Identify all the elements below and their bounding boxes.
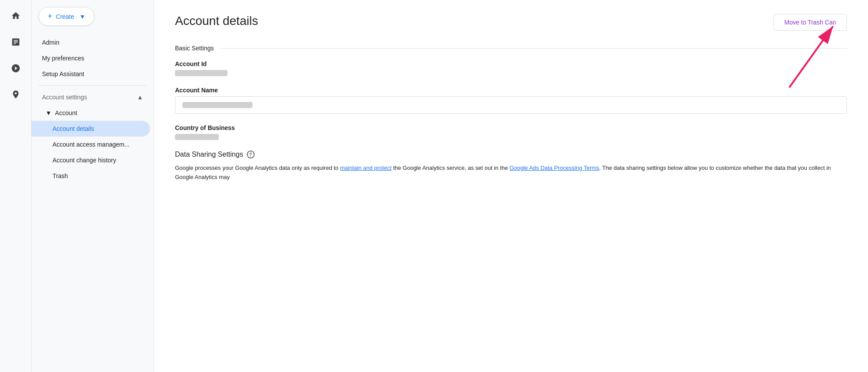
- account-id-value: [175, 70, 228, 76]
- data-sharing-section: Data Sharing Settings ? Google processes…: [175, 151, 847, 182]
- plus-icon: +: [48, 12, 52, 21]
- svg-line-1: [789, 26, 833, 88]
- chevron-up-icon: ▲: [137, 94, 143, 101]
- chevron-down-icon: ▼: [80, 13, 86, 20]
- data-sharing-text: Google processes your Google Analytics d…: [175, 164, 847, 182]
- sidebar-item-account-details[interactable]: Account details: [32, 121, 150, 137]
- basic-settings-title: Basic Settings: [175, 45, 847, 52]
- home-icon[interactable]: [7, 7, 24, 25]
- google-ads-terms-link[interactable]: Google Ads Data Processing Terms: [510, 165, 599, 171]
- main-content: Account details Move to Trash Can Basic …: [154, 0, 868, 372]
- create-button[interactable]: + Create ▼: [38, 7, 94, 26]
- main-header: Account details Move to Trash Can: [175, 14, 847, 31]
- reports-icon[interactable]: [7, 60, 24, 77]
- account-name-input[interactable]: [175, 96, 847, 114]
- analytics-icon[interactable]: [7, 33, 24, 51]
- country-of-business-field: Country of Business: [175, 124, 847, 140]
- sidebar-item-trash[interactable]: Trash: [32, 168, 154, 184]
- create-label: Create: [56, 13, 74, 20]
- advertising-icon[interactable]: [7, 86, 24, 103]
- sidebar-item-account[interactable]: ▼ Account: [32, 105, 154, 121]
- sidebar-item-my-preferences[interactable]: My preferences: [32, 50, 154, 66]
- maintain-protect-link[interactable]: maintain and protect: [340, 165, 392, 171]
- account-settings-header[interactable]: Account settings ▲: [32, 89, 154, 105]
- sidebar-item-setup-assistant[interactable]: Setup Assistant: [32, 66, 154, 82]
- account-name-field: Account Name: [175, 87, 847, 114]
- nav-divider: [38, 85, 147, 86]
- sidebar: + Create ▼ Admin My preferences Setup As…: [32, 0, 154, 372]
- sidebar-item-account-access[interactable]: Account access managem...: [32, 137, 154, 152]
- country-blurred: [175, 134, 219, 140]
- account-id-label: Account Id: [175, 60, 847, 67]
- page-title: Account details: [175, 14, 258, 28]
- account-name-label: Account Name: [175, 87, 847, 94]
- account-name-blurred: [182, 102, 252, 108]
- help-icon[interactable]: ?: [247, 151, 255, 158]
- sidebar-item-admin[interactable]: Admin: [32, 35, 154, 50]
- icon-rail: [0, 0, 32, 372]
- account-id-field: Account Id: [175, 60, 847, 76]
- move-to-trash-button[interactable]: Move to Trash Can: [774, 14, 847, 31]
- country-of-business-label: Country of Business: [175, 124, 847, 131]
- data-sharing-title: Data Sharing Settings ?: [175, 151, 847, 158]
- sidebar-item-account-change-history[interactable]: Account change history: [32, 152, 154, 168]
- triangle-icon: ▼: [46, 109, 52, 116]
